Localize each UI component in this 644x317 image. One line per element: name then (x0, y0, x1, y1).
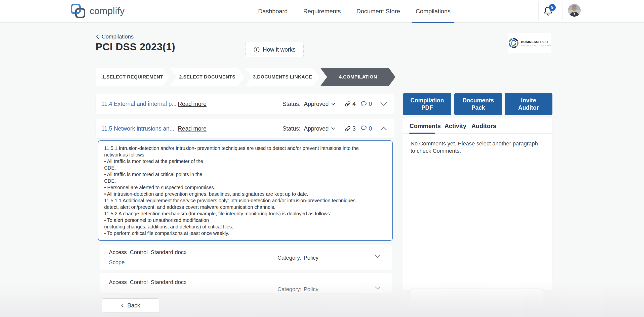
tab-auditors[interactable]: Auditors (471, 118, 496, 134)
comment-input[interactable] (410, 289, 543, 306)
app-name: complify (90, 6, 125, 16)
back-label: Back (127, 302, 140, 309)
requirement-row: 11.4 External and internal p... Read mor… (96, 94, 394, 114)
document-filename: Access_Control_Standard.docx (109, 249, 186, 256)
link-icon (345, 101, 351, 107)
chevron-down-icon (331, 103, 335, 105)
comment-bubble-icon (360, 101, 367, 107)
nav-item-document-store[interactable]: Document Store (349, 0, 408, 23)
linked-document-row: Access_Control_Standard.docx Category: P… (100, 273, 392, 293)
expand-document-chevron[interactable] (375, 255, 381, 258)
document-scope-link[interactable]: Scope (109, 259, 125, 266)
business-logo: BUSINESSLOGO BUSINESS TAGLINE HERE (508, 33, 551, 53)
title-divider (96, 60, 234, 60)
complify-logo-icon (70, 3, 86, 19)
top-navbar: complify Dashboard Requirements Document… (0, 0, 644, 23)
category-label: Category: (277, 286, 301, 293)
business-logo-mark-icon (508, 37, 519, 49)
category-value: Policy (304, 286, 318, 293)
wizard-stepper: 1.SELECT REQUIREMENT 2.SELECT DOCUMENTS … (96, 68, 395, 86)
expand-row-chevron[interactable] (380, 102, 387, 106)
row-counters: 3 0 (345, 125, 372, 132)
comments-count[interactable]: 0 (360, 101, 372, 107)
app-logo[interactable]: complify (70, 3, 125, 19)
compilation-page: complify Dashboard Requirements Document… (0, 0, 644, 317)
chevron-down-icon (331, 127, 335, 130)
nav-divider (538, 2, 539, 21)
row-counters: 4 0 (345, 101, 372, 107)
step-select-requirement[interactable]: 1.SELECT REQUIREMENT (96, 68, 169, 86)
comments-count[interactable]: 0 (360, 125, 372, 132)
page-title: PCI DSS 2023(1) (96, 41, 175, 53)
step-compilation[interactable]: 4.COMPILATION (320, 68, 395, 86)
read-more-link[interactable]: Read more (178, 101, 207, 107)
status-dropdown[interactable]: Approved (304, 101, 335, 107)
how-it-works-label: How it works (263, 46, 295, 53)
comment-bubble-icon (360, 126, 367, 132)
linked-documents-count[interactable]: 3 (345, 125, 356, 132)
step-select-documents[interactable]: 2.SELECT DOCUMENTS (170, 68, 245, 86)
breadcrumb-label: Compilations (102, 33, 134, 40)
linked-documents-count[interactable]: 4 (345, 101, 356, 107)
tab-activity[interactable]: Activity (445, 118, 466, 134)
user-avatar[interactable] (568, 4, 581, 17)
no-comments-message: No Comments yet. Please select another p… (411, 140, 539, 154)
how-it-works-button[interactable]: How it works (245, 42, 304, 57)
breadcrumb[interactable]: Compilations (96, 33, 134, 40)
category-label: Category: (277, 255, 301, 261)
step-documents-linkage[interactable]: 3.DOCUMENTS LINKAGE (245, 68, 320, 86)
nav-item-compilations[interactable]: Compilations (408, 0, 458, 23)
requirement-paragraph[interactable]: 11.5.1 Intrusion-detection and/or intrus… (98, 140, 393, 241)
notification-badge: 9 (549, 4, 556, 11)
tab-comments[interactable]: Comments (410, 118, 441, 134)
requirement-row: 11.5 Network intrusions an... Read more … (96, 118, 394, 138)
documents-pack-button[interactable]: Documents Pack (454, 93, 502, 115)
business-logo-name: BUSINESSLOGO (521, 40, 552, 44)
nav-item-dashboard[interactable]: Dashboard (250, 0, 295, 23)
requirement-title-link[interactable]: 11.5 Network intrusions an... (101, 125, 174, 132)
info-icon (253, 46, 260, 53)
back-button[interactable]: Back (102, 298, 159, 313)
chevron-left-icon (96, 34, 100, 39)
active-tab-indicator (409, 133, 435, 134)
status-dropdown[interactable]: Approved (304, 125, 335, 132)
document-filename: Access_Control_Standard.docx (109, 279, 186, 286)
link-icon (345, 125, 351, 132)
chevron-left-icon (121, 303, 124, 308)
category-value: Policy (304, 255, 318, 261)
main-nav: Dashboard Requirements Document Store Co… (250, 0, 458, 23)
nav-item-requirements[interactable]: Requirements (295, 0, 348, 23)
expand-document-chevron[interactable] (375, 286, 381, 290)
notifications-button[interactable]: 9 (543, 6, 554, 17)
comments-panel: Comments Activity Auditors No Comments y… (403, 118, 552, 290)
compilation-pdf-button[interactable]: Compilation PDF (403, 93, 451, 115)
status-label: Status: (283, 125, 301, 132)
read-more-link[interactable]: Read more (178, 125, 207, 132)
business-logo-tagline: BUSINESS TAGLINE HERE (521, 45, 552, 46)
invite-auditor-button[interactable]: Invite Auditor (505, 93, 552, 115)
collapse-row-chevron[interactable] (380, 127, 387, 130)
status-label: Status: (283, 101, 301, 107)
nav-divider (562, 2, 563, 21)
panel-tabs: Comments Activity Auditors (403, 118, 552, 134)
requirement-title-link[interactable]: 11.4 External and internal p... (101, 101, 177, 107)
linked-document-row: Access_Control_Standard.docx Scope Categ… (100, 245, 392, 270)
